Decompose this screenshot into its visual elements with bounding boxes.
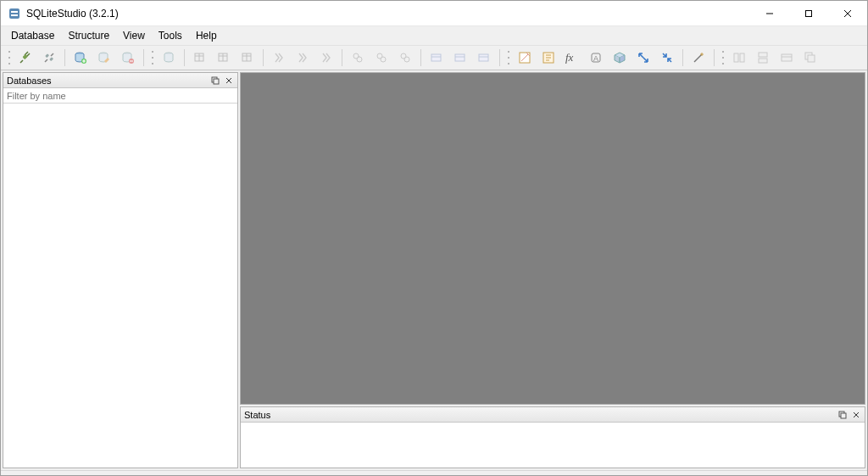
title-bar: SQLiteStudio (3.2.1) bbox=[1, 1, 867, 26]
delete-trigger-button[interactable] bbox=[394, 47, 416, 69]
window-list-button[interactable] bbox=[776, 47, 798, 69]
panel-close-button[interactable] bbox=[849, 409, 863, 421]
toolbar-grip-icon[interactable] bbox=[7, 49, 11, 66]
config-button[interactable] bbox=[687, 47, 709, 69]
toolbar-grip-icon[interactable] bbox=[506, 49, 510, 66]
tile-horizontal-button[interactable] bbox=[728, 47, 750, 69]
maximize-button[interactable] bbox=[789, 1, 828, 26]
svg-rect-7 bbox=[22, 54, 27, 59]
database-add-icon bbox=[74, 51, 87, 64]
window-controls bbox=[750, 1, 867, 26]
edit-view-button[interactable] bbox=[449, 47, 471, 69]
window-title: SQLiteStudio (3.2.1) bbox=[26, 8, 750, 20]
toolbar-grip-icon[interactable] bbox=[721, 49, 725, 66]
edit-table-button[interactable] bbox=[213, 47, 235, 69]
panel-float-button[interactable] bbox=[209, 75, 222, 87]
svg-text:A: A bbox=[593, 54, 598, 63]
toolbar-separator bbox=[143, 49, 144, 66]
delete-table-button[interactable] bbox=[236, 47, 259, 69]
collations-button[interactable]: A bbox=[585, 47, 607, 69]
toolbar-separator bbox=[64, 49, 65, 66]
status-panel-header: Status bbox=[241, 407, 865, 423]
edit-index-button[interactable] bbox=[292, 47, 314, 69]
disconnect-button[interactable] bbox=[38, 47, 60, 69]
edit-trigger-button[interactable] bbox=[370, 47, 392, 69]
new-trigger-button[interactable] bbox=[347, 47, 369, 69]
connect-button[interactable] bbox=[14, 47, 36, 69]
status-log[interactable] bbox=[241, 423, 865, 468]
mdi-workspace[interactable] bbox=[240, 72, 865, 405]
database-filter-input[interactable] bbox=[3, 88, 237, 104]
tile-vertical-button[interactable] bbox=[752, 47, 774, 69]
export-icon bbox=[660, 51, 674, 64]
close-icon bbox=[225, 77, 232, 84]
close-icon bbox=[853, 412, 860, 418]
window-list-icon bbox=[780, 51, 793, 64]
delete-index-button[interactable] bbox=[315, 47, 337, 69]
cascade-button[interactable] bbox=[799, 47, 821, 69]
database-tree[interactable] bbox=[3, 104, 237, 468]
minimize-button[interactable] bbox=[750, 1, 789, 26]
view-edit-icon bbox=[453, 51, 467, 64]
add-database-button[interactable] bbox=[70, 47, 92, 69]
databases-panel: Databases bbox=[3, 72, 238, 468]
wand-icon bbox=[692, 51, 705, 64]
svg-rect-43 bbox=[740, 53, 744, 62]
remove-database-button[interactable] bbox=[117, 47, 139, 69]
right-column: Status bbox=[240, 72, 865, 468]
collations-icon: A bbox=[589, 51, 603, 64]
functions-button[interactable]: fx bbox=[561, 47, 583, 69]
main-toolbar: fx A bbox=[1, 45, 867, 70]
svg-point-30 bbox=[404, 57, 409, 62]
toolbar-separator bbox=[682, 49, 683, 66]
view-add-icon bbox=[430, 51, 443, 64]
toolbar-separator bbox=[342, 49, 342, 66]
menu-view[interactable]: View bbox=[116, 28, 152, 43]
svg-rect-31 bbox=[431, 54, 441, 61]
history-icon bbox=[542, 51, 555, 64]
svg-rect-35 bbox=[479, 54, 488, 61]
menu-help[interactable]: Help bbox=[189, 28, 224, 43]
toolbar-separator bbox=[184, 49, 185, 66]
menu-bar: Database Structure View Tools Help bbox=[1, 26, 867, 45]
extension-manager-button[interactable] bbox=[609, 47, 631, 69]
status-panel: Status bbox=[240, 406, 865, 468]
panel-float-button[interactable] bbox=[836, 409, 849, 421]
edit-database-button[interactable] bbox=[93, 47, 115, 69]
menu-tools[interactable]: Tools bbox=[152, 28, 189, 43]
export-button[interactable] bbox=[656, 47, 678, 69]
database-refresh-icon bbox=[162, 51, 175, 64]
panel-close-button[interactable] bbox=[222, 75, 236, 87]
ddl-history-button[interactable] bbox=[537, 47, 559, 69]
main-area: Databases Status bbox=[1, 70, 867, 470]
trigger-add-icon bbox=[351, 51, 364, 64]
new-table-button[interactable] bbox=[189, 47, 211, 69]
svg-rect-55 bbox=[841, 413, 846, 418]
delete-view-button[interactable] bbox=[473, 47, 495, 69]
new-view-button[interactable] bbox=[426, 47, 448, 69]
index-delete-icon bbox=[320, 51, 333, 64]
close-button[interactable] bbox=[828, 1, 867, 26]
svg-point-26 bbox=[357, 57, 362, 62]
trigger-edit-icon bbox=[375, 51, 388, 64]
application-window: SQLiteStudio (3.2.1) Database Structure … bbox=[0, 0, 868, 476]
cascade-icon bbox=[804, 51, 817, 64]
new-index-button[interactable] bbox=[268, 47, 290, 69]
index-edit-icon bbox=[296, 51, 309, 64]
status-panel-title: Status bbox=[244, 410, 836, 420]
toolbar-separator bbox=[499, 49, 500, 66]
toolbar-separator bbox=[263, 49, 264, 66]
trigger-delete-icon bbox=[398, 51, 412, 64]
sql-editor-button[interactable] bbox=[514, 47, 536, 69]
svg-rect-42 bbox=[734, 53, 738, 62]
svg-rect-9 bbox=[49, 57, 53, 61]
float-icon bbox=[211, 76, 220, 85]
refresh-schema-button[interactable] bbox=[158, 47, 180, 69]
menu-database[interactable]: Database bbox=[4, 28, 61, 43]
svg-rect-45 bbox=[759, 59, 767, 63]
tile-vertical-icon bbox=[756, 51, 770, 64]
menu-structure[interactable]: Structure bbox=[61, 28, 116, 43]
toolbar-grip-icon[interactable] bbox=[150, 49, 154, 66]
table-add-icon bbox=[193, 51, 207, 64]
import-button[interactable] bbox=[632, 47, 654, 69]
